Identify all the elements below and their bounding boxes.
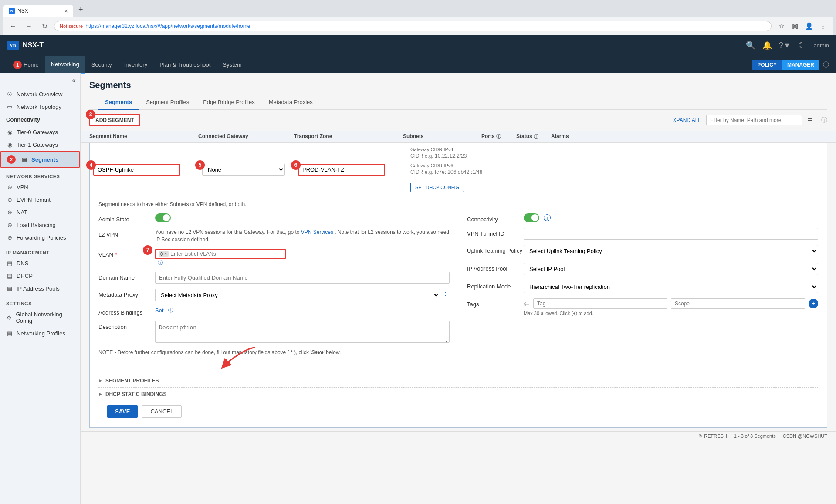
cancel-button[interactable]: CANCEL [142,405,182,418]
replication-mode-select[interactable]: Hierarchical Two-Tier replication [524,281,818,293]
sidebar-item-nat[interactable]: ⊕ NAT [0,206,80,219]
scope-input[interactable] [671,298,805,309]
sidebar-item-tier0[interactable]: ◉ Tier-0 Gateways [0,126,80,139]
admin-state-toggle[interactable] [155,213,171,222]
ip-pool-select[interactable]: Select IP Pool [524,263,818,275]
sidebar-item-global-config[interactable]: ⚙ Global Networking Config [0,308,80,327]
vlan-text-input[interactable] [170,251,282,257]
sidebar-label-vpn: VPN [17,184,28,190]
transport-zone-input[interactable] [298,164,385,176]
sidebar-item-tier1[interactable]: ◉ Tier-1 Gateways [0,139,80,151]
search-icon[interactable]: 🔍 [746,41,755,50]
reload-button[interactable]: ↻ [38,20,51,32]
sidebar-item-dns[interactable]: ▤ DNS [0,257,80,270]
connectivity-toggle[interactable] [524,213,539,222]
subnet-v4-input[interactable] [410,152,820,160]
nav-plan-troubleshoot[interactable]: Plan & Troubleshoot [153,56,217,74]
nav-help-icon[interactable]: ⓘ [823,61,829,69]
vlan-input-wrapper[interactable]: 0 × [155,249,286,259]
tab-segments[interactable]: Segments [98,95,139,110]
filter-icon[interactable]: ☰ [807,117,812,124]
segment-profiles-accordion: ► SEGMENT PROFILES [98,374,818,387]
col-connected-gateway: Connected Gateway [198,133,294,140]
sidebar-item-network-topology[interactable]: ▭ Network Topology [0,101,80,113]
sidebar-item-networking-profiles[interactable]: ▤ Networking Profiles [0,327,80,340]
form-left-col: Admin State L2 VPN You have n [98,213,450,349]
content-help-icon[interactable]: ⓘ [821,116,827,124]
collapse-icon[interactable]: « [72,77,76,85]
profile-button[interactable]: 👤 [803,20,815,32]
metadata-proxy-more-icon[interactable]: ⋮ [442,290,450,300]
manager-mode-button[interactable]: MANAGER [782,60,819,70]
connectivity-row: Connectivity i [467,213,818,223]
tag-add-button[interactable]: + [809,299,818,308]
save-button[interactable]: SAVE [107,405,138,418]
segment-gateway-select[interactable]: None [202,164,285,176]
help-icon[interactable]: ?▼ [779,41,791,50]
expand-all-button[interactable]: EXPAND ALL [670,117,701,123]
sidebar-item-evpn[interactable]: ⊕ EVPN Tenant [0,193,80,206]
tab-edge-bridge[interactable]: Edge Bridge Profiles [196,95,262,110]
segment-profiles-header[interactable]: ► SEGMENT PROFILES [98,378,818,384]
dhcp-bindings-header[interactable]: ► DHCP STATIC BINDINGS [98,391,818,397]
sidebar-item-segments[interactable]: 2 ▤ Segments [0,151,80,168]
add-segment-button[interactable]: 3 ADD SEGMENT [89,114,140,126]
sidebar-item-forwarding[interactable]: ⊕ Forwarding Policies [0,231,80,244]
vlan-info-icon[interactable]: ⓘ [158,260,163,266]
vlan-tag-remove[interactable]: × [164,251,167,256]
address-bindings-set[interactable]: Set ⓘ [155,307,450,314]
address-bindings-link[interactable]: Set [155,307,164,314]
nav-system[interactable]: System [217,56,247,74]
address-bar[interactable]: Not secure https://manager32.yz.local/ns… [54,21,772,31]
vpn-services-link[interactable]: VPN Services [301,229,333,235]
connectivity-info-icon[interactable]: i [544,214,551,221]
tab-close-icon[interactable]: × [64,7,68,14]
metadata-proxy-select[interactable]: Select Metadata Proxy [155,289,440,301]
description-textarea[interactable] [155,321,450,343]
extensions-button[interactable]: ▩ [789,20,801,32]
sidebar-collapse[interactable]: « [0,73,80,88]
vlan-tag-value: 0 [160,251,163,257]
sidebar-label-network-overview: Network Overview [17,91,62,98]
moon-icon[interactable]: ☾ [798,41,805,50]
col-alarms-label: Alarms [551,133,569,139]
nav-home[interactable]: 1 Home [7,56,45,74]
bell-icon[interactable]: 🔔 [762,41,772,50]
vpn-tunnel-input[interactable] [524,228,818,240]
browser-tab[interactable]: N NSX × [3,5,73,17]
user-label: admin [814,42,829,49]
sidebar-item-ip-pools[interactable]: ▤ IP Address Pools [0,282,80,295]
nav-security[interactable]: Security [85,56,118,74]
admin-state-label: Admin State [98,213,155,223]
nav-networking[interactable]: Networking [45,56,85,74]
dhcp-config-button[interactable]: SET DHCP CONFIG [410,183,464,192]
tab-metadata[interactable]: Metadata Proxies [262,95,320,110]
filter-input[interactable] [706,115,802,125]
tab-segment-profiles[interactable]: Segment Profiles [139,95,196,110]
nav-inventory[interactable]: Inventory [118,56,153,74]
back-button[interactable]: ← [7,20,19,32]
policy-mode-button[interactable]: POLICY [752,60,782,70]
segment-name-input[interactable] [93,164,180,176]
new-tab-button[interactable]: + [74,3,88,17]
col-ports: Ports ⓘ [481,133,516,140]
forward-button[interactable]: → [23,20,35,32]
domain-name-input[interactable] [155,272,450,284]
segments-icon: ▤ [21,156,28,163]
segment-form: 4 5 None 6 Gatewa [89,143,827,428]
refresh-button[interactable]: ↻ REFRESH [699,433,727,439]
dns-icon: ▤ [6,260,13,267]
tier1-icon: ◉ [6,142,13,148]
sidebar-item-lb[interactable]: ⊕ Load Balancing [0,219,80,231]
uplink-teaming-select[interactable]: Select Uplink Teaming Policy [524,245,818,257]
tag-input[interactable] [533,298,667,309]
address-bindings-info[interactable]: ⓘ [168,307,173,314]
sidebar-item-network-overview[interactable]: ☉ Network Overview [0,88,80,101]
save-note: NOTE - Before further configurations can… [98,349,818,355]
menu-button[interactable]: ⋮ [817,20,829,32]
sidebar-item-vpn[interactable]: ⊕ VPN [0,181,80,193]
bookmark-button[interactable]: ☆ [775,20,787,32]
subnet-v6-input[interactable] [410,168,820,176]
replication-mode-label: Replication Mode [467,281,524,290]
sidebar-item-dhcp[interactable]: ▤ DHCP [0,270,80,282]
